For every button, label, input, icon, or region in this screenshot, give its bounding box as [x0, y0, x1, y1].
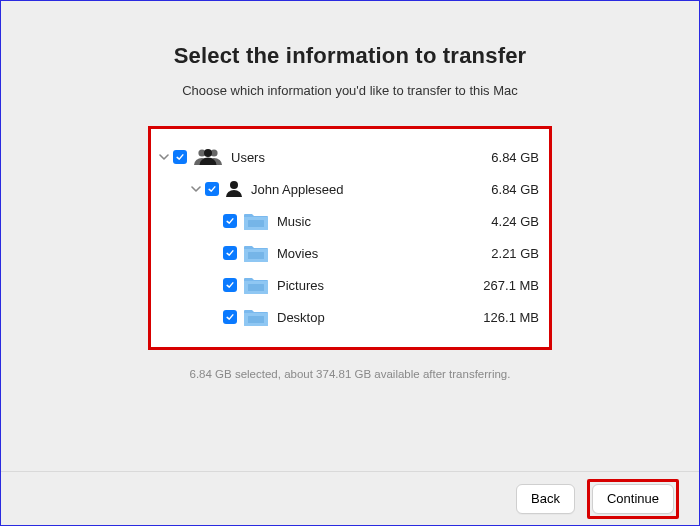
folder-icon [243, 274, 269, 296]
row-label: Music [277, 214, 459, 229]
checkbox-users[interactable] [173, 150, 187, 164]
transfer-list-panel: Users 6.84 GB John Appleseed 6.84 GB Mus… [148, 126, 552, 350]
continue-highlight: Continue [587, 479, 679, 519]
row-size: 6.84 GB [459, 150, 539, 165]
users-group-icon [193, 148, 223, 166]
checkbox-item[interactable] [223, 278, 237, 292]
row-size: 126.1 MB [459, 310, 539, 325]
tree-row-item[interactable]: Movies 2.21 GB [159, 237, 539, 269]
folder-icon [243, 242, 269, 264]
row-size: 6.84 GB [459, 182, 539, 197]
tree-row-item[interactable]: Desktop 126.1 MB [159, 301, 539, 333]
chevron-down-icon[interactable] [191, 184, 201, 194]
user-silhouette-icon [225, 180, 243, 198]
row-label: Users [231, 150, 459, 165]
folder-icon [243, 210, 269, 232]
status-text: 6.84 GB selected, about 374.81 GB availa… [1, 368, 699, 380]
tree-row-item[interactable]: Music 4.24 GB [159, 205, 539, 237]
chevron-down-icon[interactable] [159, 152, 169, 162]
row-size: 2.21 GB [459, 246, 539, 261]
checkbox-item[interactable] [223, 310, 237, 324]
row-label: Movies [277, 246, 459, 261]
row-size: 267.1 MB [459, 278, 539, 293]
page-title: Select the information to transfer [1, 43, 699, 69]
tree-row-user[interactable]: John Appleseed 6.84 GB [159, 173, 539, 205]
checkbox-item[interactable] [223, 246, 237, 260]
row-label: John Appleseed [251, 182, 459, 197]
continue-button[interactable]: Continue [592, 484, 674, 514]
row-label: Desktop [277, 310, 459, 325]
row-label: Pictures [277, 278, 459, 293]
folder-icon [243, 306, 269, 328]
tree-row-item[interactable]: Pictures 267.1 MB [159, 269, 539, 301]
row-size: 4.24 GB [459, 214, 539, 229]
back-button[interactable]: Back [516, 484, 575, 514]
tree-row-users[interactable]: Users 6.84 GB [159, 141, 539, 173]
page-subtitle: Choose which information you'd like to t… [1, 83, 699, 98]
footer: Back Continue [1, 471, 699, 525]
checkbox-user[interactable] [205, 182, 219, 196]
checkbox-item[interactable] [223, 214, 237, 228]
